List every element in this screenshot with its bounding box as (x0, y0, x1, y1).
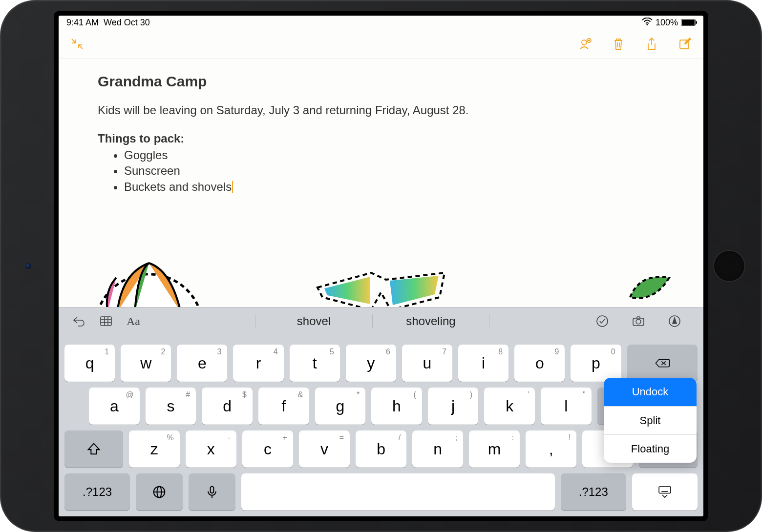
key-s[interactable]: s# (146, 388, 196, 425)
battery-icon (681, 19, 696, 26)
svg-rect-6 (101, 317, 111, 326)
note-paragraph: Kids will be leaving on Saturday, July 3… (98, 103, 664, 117)
beachball-sketch (88, 244, 205, 307)
share-icon[interactable] (643, 35, 660, 53)
key-c[interactable]: c+ (242, 430, 293, 468)
globe-key[interactable] (136, 473, 183, 511)
checklist-icon[interactable] (593, 312, 612, 330)
space-key[interactable] (241, 473, 555, 511)
key-row-2: a@s#d$f&g*h(j)k'l" (64, 388, 698, 425)
key-v[interactable]: v= (299, 430, 350, 468)
compose-icon[interactable] (676, 35, 694, 53)
note-title: Grandma Camp (98, 73, 664, 90)
svg-point-13 (636, 319, 641, 324)
key-row-3: z%x-c+v=b/n;m:,!.? (64, 430, 698, 468)
numbers-key[interactable]: .?123 (64, 473, 130, 511)
status-time: 9:41 AM (66, 18, 99, 28)
front-camera (25, 263, 31, 269)
screen: 9:41 AM Wed Oct 30 100% (59, 16, 703, 516)
key-e[interactable]: e3 (177, 345, 227, 382)
onscreen-keyboard: Aa shovel shoveling q1w2e3r4t5y6u7i8o9p0… (59, 307, 703, 516)
key-k[interactable]: k' (484, 388, 535, 425)
markup-icon[interactable] (665, 312, 684, 330)
text-cursor (232, 181, 233, 193)
home-button[interactable] (713, 250, 745, 282)
key-z[interactable]: z% (129, 430, 180, 468)
key-x[interactable]: x- (186, 430, 236, 468)
bezel: 9:41 AM Wed Oct 30 100% (54, 11, 708, 521)
key-j[interactable]: j) (428, 388, 479, 425)
dismiss-keyboard-key[interactable] (632, 473, 698, 511)
note-content[interactable]: Grandma Camp Kids will be leaving on Sat… (59, 59, 703, 307)
battery-percent: 100% (656, 18, 678, 28)
list-item: Sunscreen (124, 163, 664, 179)
undo-icon[interactable] (69, 312, 88, 330)
menu-item-floating[interactable]: Floating (604, 434, 697, 463)
key-row-4: .?123 .?123 (64, 473, 698, 511)
list-item: Buckets and shovels (124, 179, 664, 195)
collaborate-icon[interactable] (576, 35, 594, 53)
key-u[interactable]: u7 (402, 345, 452, 382)
key-b[interactable]: b/ (356, 430, 406, 468)
shift-key[interactable] (64, 430, 123, 468)
keyboard-options-menu: Undock Split Floating (604, 378, 697, 463)
key-q[interactable]: q1 (64, 345, 115, 382)
key-r[interactable]: r4 (233, 345, 283, 382)
key-y[interactable]: y6 (346, 345, 396, 382)
note-toolbar (59, 29, 703, 59)
key-g[interactable]: g* (315, 388, 366, 425)
svg-rect-21 (659, 487, 671, 493)
table-icon[interactable] (97, 312, 115, 330)
key-,[interactable]: ,! (526, 430, 576, 468)
leaf-sketch (625, 268, 674, 307)
keyboard-toolbar: Aa shovel shoveling (59, 307, 703, 335)
sketch-area (88, 244, 674, 307)
key-m[interactable]: m: (469, 430, 520, 468)
key-t[interactable]: t5 (290, 345, 340, 382)
wifi-icon (642, 18, 653, 28)
list-item: Goggles (124, 147, 664, 163)
trash-icon[interactable] (610, 35, 627, 53)
menu-item-undock[interactable]: Undock (604, 378, 697, 406)
key-row-1: q1w2e3r4t5y6u7i8o9p0 (64, 345, 698, 382)
svg-point-11 (597, 316, 608, 327)
key-n[interactable]: n; (412, 430, 463, 468)
suggestion[interactable]: shovel (255, 314, 372, 328)
key-a[interactable]: a@ (89, 388, 140, 425)
collapse-icon[interactable] (68, 35, 86, 53)
key-d[interactable]: d$ (202, 388, 253, 425)
list-header: Things to pack: (98, 132, 664, 145)
status-date: Wed Oct 30 (104, 18, 150, 28)
backspace-key[interactable] (627, 345, 698, 382)
svg-rect-20 (210, 487, 213, 493)
dictation-key[interactable] (189, 473, 235, 511)
key-w[interactable]: w2 (121, 345, 171, 382)
key-f[interactable]: f& (258, 388, 309, 425)
svg-point-0 (646, 24, 648, 25)
format-icon[interactable]: Aa (124, 312, 143, 330)
key-l[interactable]: l" (541, 388, 592, 425)
key-o[interactable]: o9 (514, 345, 565, 382)
menu-item-split[interactable]: Split (604, 406, 697, 434)
ipad-frame: 9:41 AM Wed Oct 30 100% (0, 0, 762, 532)
numbers-key[interactable]: .?123 (561, 473, 626, 511)
sunglasses-sketch (313, 263, 449, 307)
key-i[interactable]: i8 (458, 345, 508, 382)
key-h[interactable]: h( (371, 388, 422, 425)
quicktype-suggestions: shovel shoveling (151, 314, 593, 328)
status-bar: 9:41 AM Wed Oct 30 100% (59, 16, 703, 29)
suggestion[interactable]: shoveling (372, 314, 489, 328)
packing-list: Goggles Sunscreen Buckets and shovels (124, 147, 664, 195)
svg-point-1 (582, 40, 587, 45)
camera-icon[interactable] (629, 312, 648, 330)
key-p[interactable]: p0 (571, 345, 621, 382)
